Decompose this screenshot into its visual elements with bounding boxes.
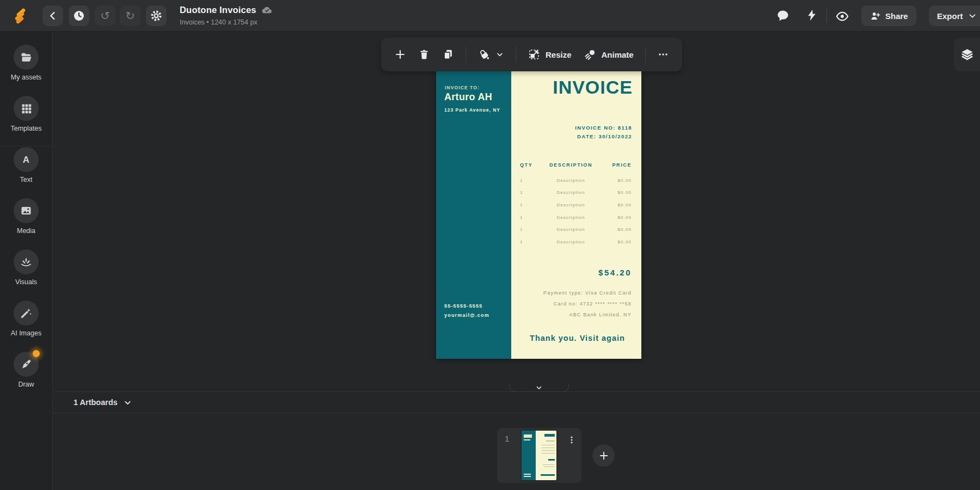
invoice-heading[interactable]: INVOICE [553,77,633,98]
left-sidebar: My assets Templates A Text Media [0,32,53,490]
cell-qty: 1 [520,240,523,244]
copy-icon [442,48,454,60]
pen-icon [20,358,33,371]
sidebar-divider [0,146,52,146]
upgrade-button[interactable] [805,8,819,22]
export-button[interactable]: Export [929,5,980,26]
resize-button[interactable]: Resize [522,48,578,61]
invoice-to-name[interactable]: Arturo AH [444,91,492,103]
invoice-number[interactable]: INVOICE NO: 8118 [575,125,632,131]
undo-button[interactable]: ↺ [95,5,115,26]
chevron-down-icon [495,50,504,59]
cell-price: $0.00 [617,240,632,244]
draw-new-badge [33,350,40,357]
grid-icon [20,102,33,115]
sidebar-label: Draw [18,381,34,388]
layers-panel-button[interactable] [954,38,980,71]
gear-icon [150,9,163,22]
bank-line[interactable]: ABC Bank Limited, NY [569,312,632,317]
artboard-thumbnail[interactable] [522,431,556,480]
app-logo-icon [11,6,30,26]
artboard-card-1[interactable]: 1 [497,428,581,483]
paint-bucket-icon [477,48,491,61]
invoice-body[interactable]: INVOICE INVOICE NO: 8118 DATE: 30/10/202… [511,70,641,359]
resize-label: Resize [546,50,572,59]
folder-open-icon [20,51,33,64]
invoice-phone[interactable]: 55-5555-5555 [444,303,482,309]
card-number-line[interactable]: Card no: 4732 **** **** **58 [554,301,632,307]
comment-bubble-icon [776,9,790,23]
invoice-artboard[interactable]: INVOICE TO: Arturo AH 123 Park Avenue, N… [436,70,641,359]
delete-button[interactable] [414,42,434,66]
col-qty-header: QTY [520,162,532,168]
add-element-button[interactable] [390,42,411,66]
cell-qty: 1 [520,203,523,207]
share-button[interactable]: Share [861,5,916,26]
invoice-to-address[interactable]: 123 Park Avenue, NY [444,107,500,113]
plus-icon [598,450,609,461]
thumb-teal-band [522,431,536,480]
cell-price: $0.00 [617,215,632,220]
invoice-date[interactable]: DATE: 30/10/2022 [577,133,632,139]
artboard-page-number: 1 [505,434,509,443]
animate-button[interactable]: Animate [578,48,640,61]
invoice-teal-column[interactable]: INVOICE TO: Arturo AH 123 Park Avenue, N… [436,70,511,359]
fill-color-button[interactable] [471,48,510,61]
app-logo[interactable] [11,6,30,26]
cell-price: $0.00 [617,178,632,183]
settings-button[interactable] [146,5,167,26]
invoice-total[interactable]: $54.20 [598,268,632,277]
cell-qty: 1 [520,227,523,232]
document-title-block: Duotone Invoices Invoices • 1240 x 1754 … [180,4,273,26]
artboards-count-label: 1 Artboards [74,398,118,407]
invoice-thanks[interactable]: Thank you. Visit again [521,334,634,342]
image-icon [20,204,33,217]
sidebar-item-templates[interactable]: Templates [0,96,53,132]
cell-qty: 1 [520,215,523,220]
artboards-dropdown[interactable]: 1 Artboards [74,398,132,407]
topbar-divider [826,9,827,23]
cell-price: $0.00 [617,190,632,195]
cell-desc: Description [544,203,598,207]
top-bar: ↺ ↻ Duotone Invoices Invoices • 1240 x 1… [0,0,980,32]
sidebar-item-my-assets[interactable]: My assets [0,45,53,81]
trash-icon [418,48,430,60]
back-button[interactable] [42,5,63,26]
selection-toolbar: Resize Animate [381,38,682,71]
sidebar-item-visuals[interactable]: Visuals [0,249,53,286]
invoice-email[interactable]: yourmail@.com [444,313,489,318]
invoice-table-row[interactable]: 1 Description $0.00 [511,190,641,196]
sidebar-item-draw[interactable]: Draw [0,352,53,388]
artboards-strip: 1 [53,414,980,490]
sidebar-label: Text [20,176,33,183]
redo-button[interactable]: ↻ [120,5,140,26]
document-title[interactable]: Duotone Invoices [180,5,256,15]
sidebar-item-media[interactable]: Media [0,198,53,235]
layers-icon [960,47,975,62]
add-artboard-button[interactable] [592,444,615,467]
invoice-table-row[interactable]: 1 Description $0.00 [511,227,641,233]
invoice-to-label[interactable]: INVOICE TO: [445,85,480,90]
chevron-down-icon [535,384,543,391]
invoice-table-row[interactable]: 1 Description $0.00 [511,240,641,246]
version-history-button[interactable] [69,5,89,26]
duplicate-button[interactable] [438,42,458,66]
sidebar-item-ai-images[interactable]: AI Images [0,301,53,337]
chevron-down-icon [123,398,132,407]
artboard-menu-button[interactable] [567,434,577,448]
more-options-button[interactable] [653,42,673,66]
collapse-artboards-handle[interactable] [509,383,569,392]
cell-desc: Description [544,215,598,220]
sidebar-item-text[interactable]: A Text [0,147,53,183]
comments-button[interactable] [776,9,790,23]
invoice-table-row[interactable]: 1 Description $0.00 [511,203,641,209]
preview-button[interactable] [835,9,849,23]
share-label: Share [885,11,908,21]
payment-type-line[interactable]: Payment type: Visa Credit Card [543,290,632,296]
invoice-table-row[interactable]: 1 Description $0.00 [511,215,641,221]
toolbar-divider [465,46,466,63]
invoice-table-header[interactable]: QTY DESCRIPTION PRICE [511,162,641,169]
invoice-table-row[interactable]: 1 Description $0.00 [511,178,641,184]
sidebar-label: Templates [11,125,42,132]
artboards-bar: 1 Artboards [53,391,980,413]
